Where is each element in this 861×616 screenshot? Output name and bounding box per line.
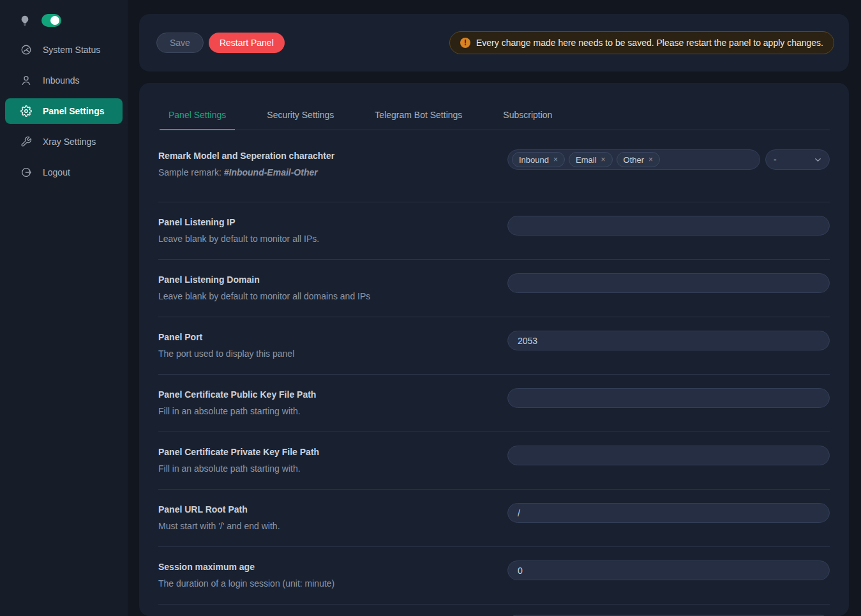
row-description: The duration of a login session (unit: m… (158, 577, 482, 590)
panel-listening-ip-input[interactable] (507, 216, 830, 236)
remark-controls: Inbound × Email × Other × - (507, 149, 830, 170)
bulb-icon (19, 15, 31, 26)
tag-label: Other (624, 155, 645, 165)
row-label: Panel Certificate Public Key File Path (158, 388, 482, 401)
row-info: Remark Model and Seperation charachter S… (158, 149, 507, 179)
chevron-down-icon (814, 156, 821, 163)
row-label: Session maximum age (158, 560, 482, 573)
tag-email: Email × (569, 152, 613, 167)
dark-mode-toggle[interactable] (41, 14, 61, 27)
cert-private-key-path-input[interactable] (507, 446, 830, 465)
row-description: Must start with '/' and end with. (158, 520, 482, 532)
settings-card: Panel Settings Security Settings Telegra… (139, 83, 849, 616)
tag-close-icon[interactable]: × (553, 156, 558, 163)
panel-port-input[interactable] (507, 331, 830, 350)
row-description: Sample remark: #Inbound-Email-Other (158, 166, 482, 179)
row-label: Panel Listening IP (158, 216, 482, 229)
panel-listening-domain-input[interactable] (507, 273, 830, 293)
row-description: Leave blank by default to monitor all IP… (158, 232, 482, 245)
row-info: Panel URL Root Path Must start with '/' … (158, 503, 507, 532)
form-row-panel-url-root-path: Panel URL Root Path Must start with '/' … (158, 490, 830, 547)
tag-other: Other × (617, 152, 661, 167)
form-row-cert-private-key-path: Panel Certificate Private Key File Path … (158, 432, 830, 490)
sidebar-item-label: Panel Settings (43, 106, 104, 116)
select-value: - (774, 154, 777, 165)
tag-label: Email (576, 155, 597, 165)
tab-security-settings[interactable]: Security Settings (258, 110, 343, 130)
toggle-knob (50, 16, 59, 25)
user-icon (20, 75, 32, 86)
warning-icon: ! (460, 38, 470, 48)
tag-close-icon[interactable]: × (648, 156, 653, 163)
remark-tags-input[interactable]: Inbound × Email × Other × (507, 149, 760, 170)
row-control (507, 216, 830, 236)
tag-close-icon[interactable]: × (601, 156, 606, 163)
unsaved-changes-alert: ! Every change made here needs to be sav… (449, 31, 834, 54)
sample-remark: #Inbound-Email-Other (224, 167, 318, 177)
sidebar-item-label: Logout (43, 167, 70, 177)
gear-icon (20, 105, 32, 117)
form-row-panel-listening-domain: Panel Listening Domain Leave blank by de… (158, 260, 830, 317)
form-row-session-max-age: Session maximum age The duration of a lo… (158, 547, 830, 605)
logout-icon (20, 167, 32, 178)
row-control (507, 273, 830, 293)
sidebar-item-label: Xray Settings (43, 137, 96, 147)
row-info: Session maximum age The duration of a lo… (158, 560, 507, 590)
row-control (507, 503, 830, 523)
main-area: Save Restart Panel ! Every change made h… (128, 0, 861, 616)
theme-toggle-row (0, 9, 128, 32)
form-row-remark-model: Remark Model and Seperation charachter S… (158, 130, 830, 202)
row-info: Panel Certificate Public Key File Path F… (158, 388, 507, 417)
cert-public-key-path-input[interactable] (507, 388, 830, 408)
row-description: Fill in an absolute path starting with. (158, 405, 482, 417)
tag-label: Inbound (519, 155, 549, 165)
restart-panel-button[interactable]: Restart Panel (209, 33, 285, 53)
wrench-icon (20, 136, 32, 147)
row-info: Panel Listening IP Leave blank by defaul… (158, 216, 507, 245)
tab-panel-settings[interactable]: Panel Settings (160, 110, 235, 130)
row-label: Panel Listening Domain (158, 273, 482, 286)
sidebar-item-xray-settings[interactable]: Xray Settings (5, 129, 123, 154)
row-label: Panel Certificate Private Key File Path (158, 446, 482, 458)
alert-text: Every change made here needs to be saved… (476, 38, 823, 48)
row-info: Panel Port The port used to display this… (158, 331, 507, 360)
toolbar-card: Save Restart Panel ! Every change made h… (139, 14, 849, 71)
save-button[interactable]: Save (156, 33, 204, 53)
row-control (507, 560, 830, 580)
row-control (507, 331, 830, 350)
sidebar-item-logout[interactable]: Logout (5, 160, 123, 185)
sidebar-item-inbounds[interactable]: Inbounds (5, 68, 123, 93)
sidebar-nav: System Status Inbounds Panel Settings Xr… (0, 37, 128, 185)
separator-select[interactable]: - (765, 149, 830, 170)
sidebar: System Status Inbounds Panel Settings Xr… (0, 0, 128, 616)
row-description: Leave blank by default to monitor all do… (158, 290, 482, 303)
dashboard-icon (20, 44, 32, 56)
panel-url-root-path-input[interactable] (507, 503, 830, 523)
form-row-partial (158, 605, 830, 616)
sidebar-item-label: System Status (43, 45, 100, 55)
row-description: Fill in an absolute path starting with. (158, 462, 482, 475)
row-description: The port used to display this panel (158, 347, 482, 360)
tab-bar: Panel Settings Security Settings Telegra… (160, 83, 830, 130)
sidebar-item-panel-settings[interactable]: Panel Settings (5, 98, 123, 124)
row-control (507, 388, 830, 408)
row-label: Remark Model and Seperation charachter (158, 149, 482, 162)
form-row-cert-public-key-path: Panel Certificate Public Key File Path F… (158, 375, 830, 432)
tag-inbound: Inbound × (512, 152, 565, 167)
tab-telegram-bot-settings[interactable]: Telegram Bot Settings (366, 110, 471, 130)
row-control (507, 446, 830, 465)
sidebar-item-system-status[interactable]: System Status (5, 37, 123, 63)
session-max-age-input[interactable] (507, 560, 830, 580)
sidebar-item-label: Inbounds (43, 75, 80, 86)
tab-subscription[interactable]: Subscription (494, 110, 561, 130)
form-row-panel-port: Panel Port The port used to display this… (158, 317, 830, 375)
form-row-panel-listening-ip: Panel Listening IP Leave blank by defaul… (158, 202, 830, 260)
row-info: Panel Certificate Private Key File Path … (158, 446, 507, 475)
row-description-prefix: Sample remark: (158, 167, 224, 177)
row-label: Panel URL Root Path (158, 503, 482, 516)
row-label: Panel Port (158, 331, 482, 343)
row-info: Panel Listening Domain Leave blank by de… (158, 273, 507, 303)
